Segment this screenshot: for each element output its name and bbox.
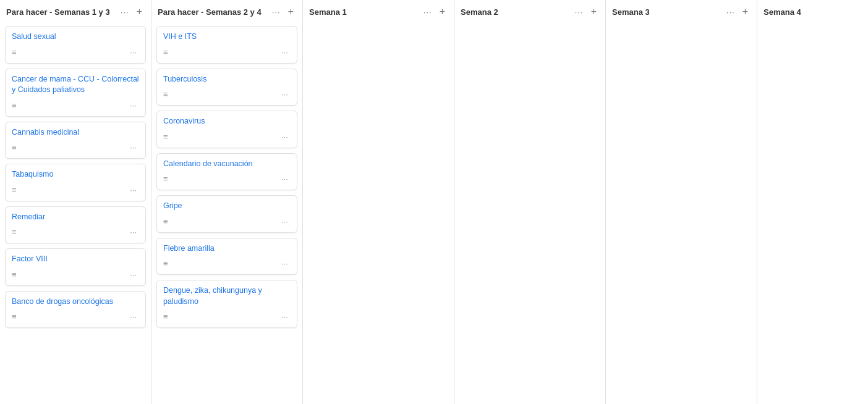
column-col3: Semana 1···+	[303, 0, 454, 404]
column-add-btn-col4[interactable]: +	[589, 5, 599, 19]
card-footer-c3: ≡···	[12, 141, 139, 153]
card-hamburger-icon-c13: ≡	[163, 259, 168, 268]
column-header-col4: Semana 2···+	[454, 0, 605, 23]
card-hamburger-icon-c5: ≡	[12, 227, 17, 237]
column-col5: Semana 3···+	[606, 0, 757, 404]
plus-icon: +	[591, 6, 597, 17]
card-footer-c1: ≡···	[12, 46, 139, 58]
card-footer-c2: ≡···	[12, 99, 139, 111]
card-hamburger-icon-c9: ≡	[163, 90, 168, 99]
column-actions-col2: ···+	[270, 5, 296, 19]
column-header-col6: Semana 4···+	[757, 0, 868, 23]
card-title-c6: Factor VIII	[12, 254, 139, 265]
card-title-c9: Tuberculosis	[163, 74, 291, 85]
column-title-col1: Para hacer - Semanas 1 y 3	[6, 7, 116, 17]
card-dots-btn-c7[interactable]: ···	[127, 311, 139, 322]
card-title-c7: Banco de drogas oncológicas	[12, 297, 139, 308]
column-actions-col1: ···+	[118, 5, 145, 19]
card-hamburger-icon-c3: ≡	[12, 143, 17, 152]
card-title-c8: VIH e ITS	[163, 32, 291, 43]
card-hamburger-icon-c2: ≡	[12, 101, 17, 110]
column-header-col5: Semana 3···+	[606, 0, 757, 23]
card-c10[interactable]: Coronavirus≡···	[156, 111, 297, 148]
card-dots-icon-c14: ···	[281, 312, 288, 321]
card-footer-c8: ≡···	[163, 46, 291, 58]
column-col4: Semana 2···+	[454, 0, 606, 404]
card-title-c13: Fiebre amarilla	[163, 243, 291, 255]
card-footer-c11: ≡···	[163, 173, 291, 185]
column-actions-col5: ···+	[724, 5, 751, 19]
card-c11[interactable]: Calendario de vacunación≡···	[156, 153, 297, 191]
column-header-col1: Para hacer - Semanas 1 y 3···+	[0, 0, 151, 23]
card-hamburger-icon-c14: ≡	[163, 312, 168, 321]
card-c1[interactable]: Salud sexual≡···	[5, 26, 146, 64]
column-dots-btn-col4[interactable]: ···	[572, 6, 586, 18]
card-c12[interactable]: Gripe≡···	[156, 195, 297, 233]
card-dots-btn-c8[interactable]: ···	[279, 46, 291, 58]
column-title-col4: Semana 2	[461, 7, 570, 17]
card-c13[interactable]: Fiebre amarilla≡···	[156, 238, 297, 276]
card-dots-btn-c2[interactable]: ···	[127, 99, 139, 111]
card-c7[interactable]: Banco de drogas oncológicas≡···	[5, 291, 146, 329]
card-c9[interactable]: Tuberculosis≡···	[156, 69, 297, 106]
kanban-board: Para hacer - Semanas 1 y 3···+Salud sexu…	[0, 0, 868, 404]
card-c8[interactable]: VIH e ITS≡···	[156, 26, 297, 64]
column-add-btn-col2[interactable]: +	[286, 5, 296, 19]
column-header-col3: Semana 1···+	[303, 0, 454, 23]
cards-container-col2: VIH e ITS≡···Tuberculosis≡···Coronavirus…	[151, 23, 302, 404]
card-hamburger-icon-c6: ≡	[12, 270, 17, 279]
card-c14[interactable]: Dengue, zika, chikungunya y paludismo≡··…	[156, 280, 297, 328]
card-dots-btn-c1[interactable]: ···	[127, 46, 139, 58]
card-dots-btn-c4[interactable]: ···	[127, 184, 139, 196]
card-dots-icon-c11: ···	[281, 174, 288, 183]
card-dots-icon-c13: ···	[281, 259, 288, 268]
column-dots-btn-col2[interactable]: ···	[270, 6, 283, 18]
column-dots-btn-col5[interactable]: ···	[724, 6, 738, 18]
card-dots-btn-c10[interactable]: ···	[279, 131, 291, 143]
card-c6[interactable]: Factor VIII≡···	[5, 248, 146, 286]
card-dots-btn-c9[interactable]: ···	[279, 88, 291, 100]
column-col1: Para hacer - Semanas 1 y 3···+Salud sexu…	[0, 0, 151, 404]
dots-icon: ···	[272, 7, 281, 17]
card-c4[interactable]: Tabaquismo≡···	[5, 164, 146, 201]
card-footer-c4: ≡···	[12, 184, 139, 196]
card-dots-btn-c14[interactable]: ···	[279, 311, 291, 322]
card-dots-btn-c3[interactable]: ···	[127, 141, 139, 153]
card-dots-btn-c11[interactable]: ···	[279, 173, 291, 185]
card-c2[interactable]: Cancer de mama - CCU - Colorrectal y Cui…	[5, 69, 146, 117]
column-title-col2: Para hacer - Semanas 2 y 4	[158, 7, 267, 17]
card-c5[interactable]: Remediar≡···	[5, 206, 146, 244]
card-title-c11: Calendario de vacunación	[163, 159, 291, 170]
card-dots-icon-c4: ···	[130, 185, 137, 195]
dots-icon: ···	[575, 7, 584, 17]
column-title-col6: Semana 4	[764, 7, 868, 17]
column-dots-btn-col3[interactable]: ···	[421, 6, 435, 18]
column-dots-btn-col1[interactable]: ···	[118, 6, 132, 18]
card-dots-icon-c2: ···	[130, 101, 137, 110]
card-title-c2: Cancer de mama - CCU - Colorrectal y Cui…	[12, 74, 139, 96]
column-add-btn-col1[interactable]: +	[134, 5, 145, 19]
card-dots-btn-c6[interactable]: ···	[127, 269, 139, 280]
card-footer-c5: ≡···	[12, 226, 139, 238]
column-add-btn-col5[interactable]: +	[740, 5, 751, 19]
card-c3[interactable]: Cannabis medicinal≡···	[5, 122, 146, 159]
card-dots-btn-c12[interactable]: ···	[279, 216, 291, 227]
cards-container-col1: Salud sexual≡···Cancer de mama - CCU - C…	[0, 23, 151, 404]
plus-icon: +	[742, 6, 748, 17]
card-footer-c12: ≡···	[163, 216, 291, 227]
card-hamburger-icon-c12: ≡	[163, 217, 168, 226]
card-hamburger-icon-c1: ≡	[12, 48, 17, 57]
card-dots-btn-c5[interactable]: ···	[127, 226, 139, 238]
card-hamburger-icon-c7: ≡	[12, 312, 17, 321]
card-dots-icon-c9: ···	[281, 90, 288, 99]
plus-icon: +	[288, 6, 294, 17]
card-title-c5: Remediar	[12, 212, 139, 223]
card-dots-icon-c5: ···	[130, 227, 137, 237]
card-dots-icon-c7: ···	[130, 312, 137, 321]
column-col2: Para hacer - Semanas 2 y 4···+VIH e ITS≡…	[151, 0, 303, 404]
card-title-c3: Cannabis medicinal	[12, 127, 139, 138]
card-title-c10: Coronavirus	[163, 116, 291, 127]
card-footer-c7: ≡···	[12, 311, 139, 322]
column-add-btn-col3[interactable]: +	[437, 5, 448, 19]
card-dots-btn-c13[interactable]: ···	[279, 258, 291, 269]
